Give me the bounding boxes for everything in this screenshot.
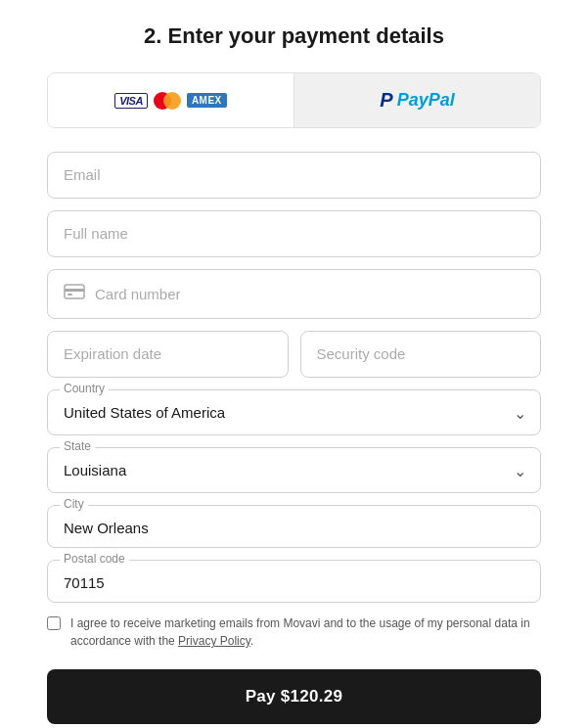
country-field-container: Country United States of America Canada … [47, 389, 541, 435]
city-field-container: City [47, 505, 541, 548]
state-field-container: State Alabama Alaska Arizona Arkansas Ca… [47, 447, 541, 493]
state-label: State [60, 439, 95, 453]
paypal-logo: P PayPal [380, 89, 454, 112]
security-code-field-container [300, 331, 542, 378]
privacy-policy-link[interactable]: Privacy Policy [178, 634, 250, 648]
country-label: Country [60, 382, 109, 395]
tab-card[interactable]: VISA AMEX [48, 73, 294, 127]
amex-icon: AMEX [187, 93, 227, 108]
postal-label: Postal code [60, 552, 129, 566]
fullname-input[interactable] [64, 225, 524, 242]
svg-rect-1 [65, 289, 84, 292]
visa-icon: VISA [114, 93, 148, 109]
card-number-input[interactable] [95, 286, 524, 302]
pay-button[interactable]: Pay $120.29 [47, 669, 541, 724]
security-code-input[interactable] [317, 345, 525, 362]
tab-paypal[interactable]: P PayPal [294, 73, 540, 127]
expiration-field-container [47, 331, 289, 378]
mastercard-icon [154, 92, 181, 110]
postal-input[interactable] [64, 574, 524, 591]
email-field-container [47, 152, 541, 199]
payment-method-tabs: VISA AMEX P PayPal [47, 72, 541, 128]
marketing-checkbox-label: I agree to receive marketing emails from… [70, 614, 541, 650]
city-input[interactable] [64, 520, 524, 536]
postal-field-container: Postal code [47, 560, 541, 603]
card-number-field-container [47, 269, 541, 319]
payment-form-container: 2. Enter your payment details VISA AMEX … [0, 0, 588, 728]
email-input[interactable] [64, 166, 524, 183]
svg-rect-2 [68, 294, 72, 296]
state-select[interactable]: Alabama Alaska Arizona Arkansas Californ… [48, 448, 540, 492]
country-select[interactable]: United States of America Canada United K… [48, 390, 540, 434]
fullname-field-container [47, 210, 541, 257]
credit-card-icon [64, 284, 85, 304]
expiry-security-row [47, 331, 541, 378]
marketing-checkbox-row: I agree to receive marketing emails from… [47, 614, 541, 650]
city-label: City [60, 497, 88, 511]
marketing-checkbox[interactable] [47, 616, 61, 630]
page-title: 2. Enter your payment details [47, 23, 541, 49]
expiration-input[interactable] [64, 345, 272, 362]
